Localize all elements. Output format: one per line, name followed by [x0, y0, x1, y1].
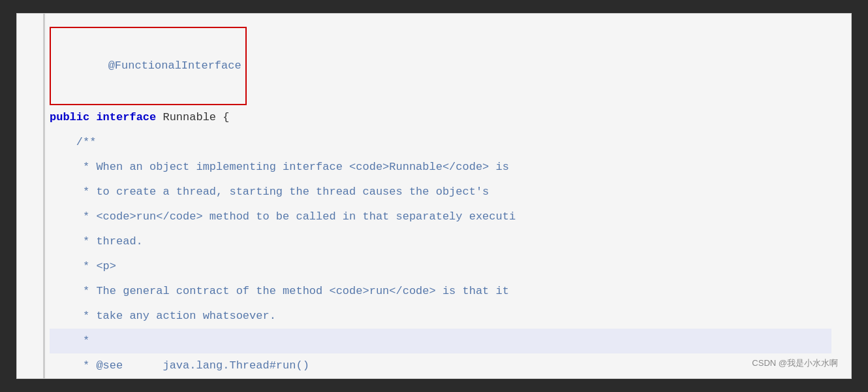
comment-7: * thread.: [50, 229, 143, 254]
interface-name: Runnable {: [163, 105, 229, 130]
comment-8: * <p>: [50, 254, 116, 279]
line-comment-start: /**: [50, 130, 831, 155]
annotation-box: @FunctionalInterface: [50, 27, 247, 105]
comment-close: */: [50, 378, 96, 379]
comment-12: * @see java.lang.Thread#run(): [50, 353, 309, 378]
line-comment-11: *: [50, 329, 831, 353]
line-comment-12: * @see java.lang.Thread#run(): [50, 353, 831, 378]
comment-10: * take any action whatsoever.: [50, 304, 276, 329]
comment-4: * When an object implementing interface …: [50, 155, 509, 180]
left-bar: [43, 14, 45, 378]
code-block: @FunctionalInterface public interface Ru…: [50, 27, 831, 379]
line-comment-6: * <code>run</code> method to be called i…: [50, 204, 831, 229]
line-annotation: @FunctionalInterface: [50, 27, 831, 105]
line-comment-4: * When an object implementing interface …: [50, 155, 831, 180]
kw-public: public: [50, 105, 96, 130]
line-comment-7: * thread.: [50, 229, 831, 254]
line-comment-5: * to create a thread, starting the threa…: [50, 180, 831, 204]
line-comment-9: * The general contract of the method <co…: [50, 279, 831, 304]
comment-11: *: [50, 329, 89, 353]
code-container: @FunctionalInterface public interface Ru…: [16, 13, 852, 379]
line-interface-decl: public interface Runnable {: [50, 105, 831, 130]
annotation-text: @FunctionalInterface: [108, 59, 241, 72]
comment-open: /**: [50, 130, 96, 155]
line-comment-end: */: [50, 378, 831, 379]
kw-interface: interface: [96, 105, 163, 130]
comment-6: * <code>run</code> method to be called i…: [50, 204, 516, 229]
comment-5: * to create a thread, starting the threa…: [50, 180, 489, 204]
watermark: CSDN @我是小水水啊: [752, 357, 838, 369]
line-comment-8: * <p>: [50, 254, 831, 279]
comment-9: * The general contract of the method <co…: [50, 279, 509, 304]
line-comment-10: * take any action whatsoever.: [50, 304, 831, 329]
